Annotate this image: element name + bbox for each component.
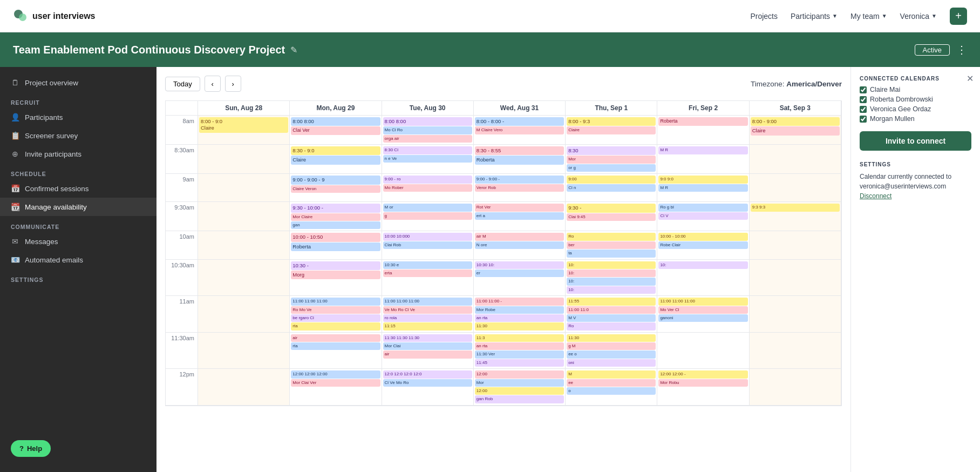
cell-wed-12pm[interactable]: 12:00 Mor 12:00 gan Rob bbox=[474, 369, 566, 406]
cell-fri-830am[interactable]: M R bbox=[657, 145, 749, 174]
time-11am: 11am bbox=[166, 296, 198, 333]
cell-mon-8am[interactable]: 8:00 8:00 Clai Ver bbox=[290, 116, 382, 145]
cell-fri-8am[interactable]: Roberta bbox=[657, 116, 749, 145]
cell-fri-12pm[interactable]: 12:00 12:00 - Mor Robu bbox=[657, 369, 749, 406]
recruit-section-label: RECRUIT bbox=[0, 92, 156, 108]
more-options-icon[interactable]: ⋮ bbox=[956, 43, 967, 56]
cell-thu-8am[interactable]: 8:00 - 9:3 Claire bbox=[566, 116, 657, 145]
invite-to-connect-button[interactable]: Invite to connect bbox=[860, 131, 971, 151]
cell-thu-10am[interactable]: Ro ber ta bbox=[566, 231, 657, 259]
cell-tue-930am[interactable]: M or g bbox=[382, 202, 474, 231]
cell-thu-1130am[interactable]: 11:30 g M ee o oni bbox=[566, 333, 657, 369]
cell-tue-12pm[interactable]: 12:0 12:0 12:0 12:0 Cl Ve Mo Ro bbox=[382, 369, 474, 406]
disconnect-link[interactable]: Disconnect bbox=[860, 192, 891, 200]
sidebar-item-project-overview[interactable]: 🗒 Project overview bbox=[0, 73, 156, 92]
veronica-dropdown[interactable]: Veronica ▼ bbox=[900, 12, 937, 21]
cell-sun-930am[interactable] bbox=[198, 202, 290, 231]
today-button[interactable]: Today bbox=[165, 77, 200, 91]
sidebar-label-screener-survey: Screener survey bbox=[25, 132, 78, 140]
cell-fri-1130am[interactable] bbox=[657, 333, 749, 369]
time-9am: 9am bbox=[166, 174, 198, 202]
sidebar-item-manage-availability[interactable]: 📆 Manage availability bbox=[0, 198, 156, 216]
cell-sat-8am[interactable]: 8:00 - 9:00 Claire bbox=[750, 116, 841, 145]
cell-sat-1030am[interactable] bbox=[750, 260, 841, 296]
cell-mon-930am[interactable]: 9:30 - 10:00 - Mor Claire gan bbox=[290, 202, 382, 231]
cell-sat-1130am[interactable] bbox=[750, 333, 841, 369]
cell-sat-930am[interactable]: 9:3 9:3 bbox=[750, 202, 841, 231]
cell-mon-1130am[interactable]: air rta bbox=[290, 333, 382, 369]
sidebar-item-confirmed-sessions[interactable]: 📅 Confirmed sessions bbox=[0, 179, 156, 198]
cell-sun-8am[interactable]: 8:00 - 9:0Claire bbox=[198, 116, 290, 145]
cell-fri-9am[interactable]: 9:0 9:0 M R bbox=[657, 174, 749, 202]
sidebar-label-confirmed-sessions: Confirmed sessions bbox=[25, 185, 89, 193]
cell-wed-930am[interactable]: Rot Ver ert a bbox=[474, 202, 566, 231]
cell-tue-8am[interactable]: 8:00 8:00 Mo Cl Ro orga air bbox=[382, 116, 474, 145]
calendar-checkbox-claire[interactable] bbox=[860, 86, 867, 93]
cell-mon-830am[interactable]: 8:30 - 9:0 Claire bbox=[290, 145, 382, 174]
cell-tue-10am[interactable]: 10:00 10:000 Clai Rob bbox=[382, 231, 474, 259]
cell-mon-10am[interactable]: 10:00 - 10:50 Roberta bbox=[290, 231, 382, 259]
calendar-checkbox-roberta[interactable] bbox=[860, 96, 867, 103]
sidebar-item-messages[interactable]: ✉ Messages bbox=[0, 232, 156, 251]
cell-thu-830am[interactable]: 8:30 Mor or g bbox=[566, 145, 657, 174]
cell-thu-12pm[interactable]: M ee o bbox=[566, 369, 657, 406]
cell-tue-1030am[interactable]: 10:30 e erta bbox=[382, 260, 474, 296]
cell-sat-11am[interactable] bbox=[750, 296, 841, 333]
cell-tue-9am[interactable]: 9:00 - ro Mo Rober bbox=[382, 174, 474, 202]
cell-tue-830am[interactable]: 8:30 Cl n e Ve bbox=[382, 145, 474, 174]
cell-tue-1130am[interactable]: 11:30 11:30 11:30 Mor Clai air bbox=[382, 333, 474, 369]
settings-text: Calendar currently connected to veronica… bbox=[860, 172, 971, 201]
cell-mon-11am[interactable]: 11:00 11:00 11:00 Ro Mo Ve be rgaro Cl r… bbox=[290, 296, 382, 333]
time-1130am: 11:30am bbox=[166, 333, 198, 369]
cell-wed-10am[interactable]: air M N ore bbox=[474, 231, 566, 259]
cell-wed-11am[interactable]: 11:00 11:00 - Mor Robe an rta 11:30 bbox=[474, 296, 566, 333]
close-button[interactable]: ✕ bbox=[967, 73, 974, 84]
cell-wed-8am[interactable]: 8:00 - 8:00 - M Claire Vero bbox=[474, 116, 566, 145]
sidebar-item-automated-emails[interactable]: 📧 Automated emails bbox=[0, 251, 156, 269]
cell-wed-9am[interactable]: 9:00 - 9:00 - Veror Rob bbox=[474, 174, 566, 202]
cell-fri-11am[interactable]: 11:00 11:00 11:00 Mo Ver Cl ganoni bbox=[657, 296, 749, 333]
cell-sun-830am[interactable] bbox=[198, 145, 290, 174]
next-week-button[interactable]: › bbox=[225, 76, 241, 92]
cell-mon-12pm[interactable]: 12:00 12:00 12:00 Mor Clai Ver bbox=[290, 369, 382, 406]
cell-sun-12pm[interactable] bbox=[198, 369, 290, 406]
cell-sun-1130am[interactable] bbox=[198, 333, 290, 369]
cell-thu-11am[interactable]: 11:55 11:00 11:0 M V Ro bbox=[566, 296, 657, 333]
cell-sun-9am[interactable] bbox=[198, 174, 290, 202]
settings-section-label: SETTINGS bbox=[0, 269, 156, 285]
add-button[interactable]: + bbox=[950, 8, 967, 25]
cell-sun-10am[interactable] bbox=[198, 231, 290, 259]
cell-thu-930am[interactable]: 9:30 - Clai 9:45 bbox=[566, 202, 657, 231]
prev-week-button[interactable]: ‹ bbox=[205, 76, 221, 92]
cell-mon-1030am[interactable]: 10:30 - Morg bbox=[290, 260, 382, 296]
cell-tue-11am[interactable]: 11:00 11:00 11:00 Ve Mo Ro Cl Ve ro rola… bbox=[382, 296, 474, 333]
calendar-checkbox-morgan[interactable] bbox=[860, 116, 867, 123]
cell-fri-930am[interactable]: Ro g bl Cl V bbox=[657, 202, 749, 231]
calendar-checkbox-veronica[interactable] bbox=[860, 106, 867, 113]
cell-sat-9am[interactable] bbox=[750, 174, 841, 202]
cell-fri-1030am[interactable]: 10: bbox=[657, 260, 749, 296]
cell-sun-11am[interactable] bbox=[198, 296, 290, 333]
my-team-dropdown[interactable]: My team ▼ bbox=[850, 12, 887, 21]
participants-dropdown[interactable]: Participants ▼ bbox=[791, 12, 838, 21]
sidebar-item-invite-participants[interactable]: ⊕ Invite participants bbox=[0, 145, 156, 163]
sidebar-item-screener-survey[interactable]: 📋 Screener survey bbox=[0, 126, 156, 145]
time-10am: 10am bbox=[166, 231, 198, 259]
cell-sat-830am[interactable] bbox=[750, 145, 841, 174]
cell-wed-1030am[interactable]: 10:30 10: er bbox=[474, 260, 566, 296]
cell-thu-9am[interactable]: 9:00 Cl n bbox=[566, 174, 657, 202]
help-button[interactable]: ? Help bbox=[11, 440, 51, 457]
person-icon: 👤 bbox=[11, 113, 19, 122]
cell-sat-12pm[interactable] bbox=[750, 369, 841, 406]
cell-wed-830am[interactable]: 8:30 - 8:55 Roberta bbox=[474, 145, 566, 174]
cell-thu-1030am[interactable]: 10: 10: 10: 10: bbox=[566, 260, 657, 296]
edit-icon[interactable]: ✎ bbox=[290, 45, 297, 55]
cell-mon-9am[interactable]: 9:00 - 9:00 - 9 Claire Veron bbox=[290, 174, 382, 202]
sidebar-item-participants[interactable]: 👤 Participants bbox=[0, 108, 156, 126]
cell-sat-10am[interactable] bbox=[750, 231, 841, 259]
cell-sun-1030am[interactable] bbox=[198, 260, 290, 296]
projects-link[interactable]: Projects bbox=[750, 12, 778, 21]
calendar-container[interactable]: Today ‹ › Timezone: America/Denver Sun, … bbox=[156, 67, 850, 472]
cell-wed-1130am[interactable]: 11:3 an rta 11:30 Ver 11:45 bbox=[474, 333, 566, 369]
cell-fri-10am[interactable]: 10:00 - 10:00 Robe Clair bbox=[657, 231, 749, 259]
